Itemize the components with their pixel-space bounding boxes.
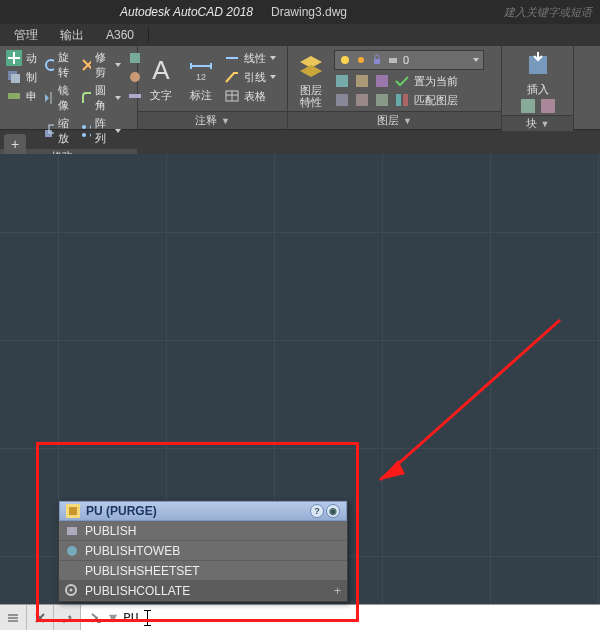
svg-point-37 [67, 546, 77, 556]
svg-rect-28 [403, 94, 408, 106]
panel-block: 插入 块▼ [502, 46, 574, 129]
layerfrz-icon [354, 73, 370, 89]
layer-tool6[interactable] [374, 92, 390, 108]
autocomplete-item-selected[interactable]: PU (PURGE) ? ◉ [59, 501, 347, 521]
cmdline-options[interactable] [54, 605, 81, 630]
autocomplete-item[interactable]: PUBLISHSHEETSET [59, 561, 347, 581]
svg-point-9 [82, 133, 86, 137]
command-input[interactable]: ▾ PU [81, 605, 600, 630]
trim-button[interactable]: 修剪 [80, 50, 121, 80]
chevron-down-icon [115, 63, 121, 67]
rows-icon [6, 611, 20, 625]
tab-output[interactable]: 输出 [50, 25, 94, 46]
layer-dropdown[interactable]: 0 [334, 50, 484, 70]
layer-name: 0 [403, 54, 409, 66]
globe-icon[interactable]: ◉ [326, 504, 340, 518]
svg-point-17 [341, 56, 349, 64]
layer-tool3[interactable] [374, 73, 390, 89]
dimension-icon: 12 [186, 56, 216, 86]
svg-text:A: A [152, 56, 170, 85]
title-bar: Autodesk AutoCAD 2018 Drawing3.dwg 建入关键字… [0, 0, 600, 24]
layerlock-icon [374, 73, 390, 89]
svg-rect-30 [521, 99, 535, 113]
scale-button[interactable]: 缩放 [43, 116, 74, 146]
app-name: Autodesk AutoCAD 2018 [120, 5, 253, 19]
search-hint[interactable]: 建入关键字或短语 [504, 5, 600, 20]
stretch-icon [6, 88, 22, 104]
autocomplete-label: PUBLISHSHEETSET [85, 564, 200, 578]
svg-point-7 [82, 125, 86, 129]
prompt-icon [89, 611, 103, 625]
copy-button[interactable]: 制 [6, 69, 37, 85]
tab-a360[interactable]: A360 [96, 26, 144, 44]
svg-point-8 [90, 125, 91, 129]
make-current-button[interactable]: 置为当前 [394, 73, 458, 89]
command-line: ▾ PU [0, 604, 600, 630]
move-icon [6, 50, 22, 66]
new-tab-button[interactable]: + [4, 134, 26, 154]
panel-layers: 图层特性 0 置为当前 [288, 46, 502, 129]
cmdline-close[interactable] [27, 605, 54, 630]
match-layer-button[interactable]: 匹配图层 [394, 92, 458, 108]
autocomplete-item[interactable]: PUBLISHCOLLATE + [59, 581, 347, 601]
svg-point-4 [46, 60, 54, 70]
autocomplete-label: PUBLISH [85, 524, 136, 538]
table-button[interactable]: 表格 [224, 88, 276, 104]
cmdline-handle[interactable] [0, 605, 27, 630]
svg-rect-19 [374, 59, 380, 64]
move-button[interactable]: 动 [6, 50, 37, 66]
svg-point-18 [358, 57, 364, 63]
layer-tool1[interactable] [334, 73, 350, 89]
dimension-button[interactable]: 12 标注 [184, 50, 218, 109]
svg-rect-25 [356, 94, 368, 106]
command-icon [66, 504, 80, 518]
sun-icon [355, 54, 367, 66]
autocomplete-label: PUBLISHCOLLATE [85, 584, 190, 598]
autocomplete-label: PUBLISHTOWEB [85, 544, 180, 558]
layer-tool2[interactable] [354, 73, 370, 89]
expand-icon: + [334, 584, 341, 598]
makecurrent-icon [394, 73, 410, 89]
stretch-button[interactable]: 申 [6, 88, 37, 104]
fillet-button[interactable]: 圆角 [80, 83, 121, 113]
trim-icon [80, 57, 91, 73]
help-icon[interactable]: ? [310, 504, 324, 518]
layer-properties-button[interactable]: 图层特性 [294, 50, 328, 109]
svg-rect-36 [67, 527, 77, 535]
layer-tool4[interactable] [334, 92, 350, 108]
panel-title-annotate[interactable]: 注释▼ [138, 111, 287, 129]
insert-button[interactable]: 插入 [521, 50, 555, 97]
table-icon [224, 88, 240, 104]
command-icon [65, 524, 79, 538]
linear-button[interactable]: 线性 [224, 50, 276, 66]
command-icon [65, 544, 79, 558]
leader-button[interactable]: 引线 [224, 69, 276, 85]
lock-icon [371, 54, 383, 66]
array-button[interactable]: 阵列 [80, 116, 121, 146]
layers-icon [296, 52, 326, 82]
tab-manage[interactable]: 管理 [4, 25, 48, 46]
autocomplete-item[interactable]: PUBLISHTOWEB [59, 541, 347, 561]
panel-annotate: A 文字 12 标注 线性 引线 表 [138, 46, 288, 129]
panel-title-layers[interactable]: 图层▼ [288, 111, 501, 129]
layer-tool5[interactable] [354, 92, 370, 108]
autocomplete-label: PU (PURGE) [86, 504, 157, 518]
panel-title-block[interactable]: 块▼ [502, 115, 573, 131]
insert-icon [523, 50, 553, 80]
block-tool2-icon[interactable] [541, 99, 555, 113]
autocomplete-item[interactable]: PUBLISH [59, 521, 347, 541]
svg-rect-3 [8, 93, 20, 99]
svg-rect-26 [376, 94, 388, 106]
chevron-down-icon [115, 129, 121, 133]
close-icon [33, 611, 47, 625]
svg-rect-27 [396, 94, 401, 106]
rotate-button[interactable]: 旋转 [43, 50, 74, 80]
autocomplete-popup: PU (PURGE) ? ◉ PUBLISH PUBLISHTOWEB PUBL… [58, 500, 348, 602]
linear-icon [224, 50, 240, 66]
command-text: PU [123, 610, 139, 625]
text-button[interactable]: A 文字 [144, 50, 178, 109]
block-tool1-icon[interactable] [521, 99, 535, 113]
mirror-button[interactable]: 镜像 [43, 83, 74, 113]
chevron-down-icon [115, 96, 121, 100]
ribbon: 动 制 申 旋转 镜像 [0, 46, 600, 130]
